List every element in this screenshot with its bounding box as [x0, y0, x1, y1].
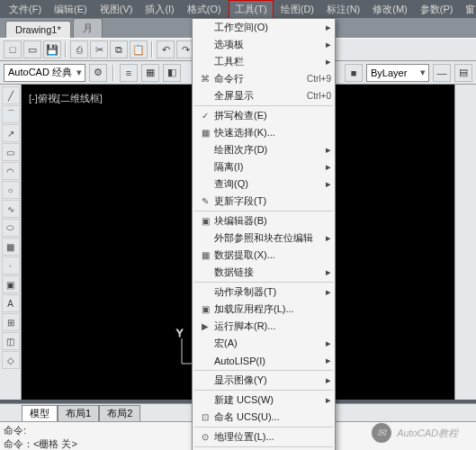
tool-icon[interactable]: ▦: [141, 64, 159, 82]
menu-格式O[interactable]: 格式(O): [182, 1, 227, 18]
table-tool-icon[interactable]: ⊞: [2, 313, 20, 331]
submenu-arrow-icon: ▸: [326, 338, 331, 349]
menu-item-icon: ▣: [196, 216, 214, 226]
menu-item-label: 命令行: [214, 72, 307, 86]
menu-item-更新字段T[interactable]: ✎更新字段(T): [193, 193, 335, 210]
menu-item-label: 显示图像(Y): [214, 374, 326, 387]
menu-item-运行脚本R[interactable]: ▶运行脚本(R)...: [193, 318, 335, 335]
menu-修改M[interactable]: 修改(M): [367, 1, 413, 18]
menu-item-数据提取X[interactable]: ▦数据提取(X)...: [193, 247, 335, 264]
menu-item-label: 加载应用程序(L)...: [214, 302, 331, 316]
menu-编辑E[interactable]: 编辑(E): [49, 1, 93, 18]
copy-icon[interactable]: ⧉: [110, 40, 128, 58]
menu-item-label: 工具栏: [214, 55, 326, 68]
menu-item-地理位置L[interactable]: ⊙地理位置(L)...: [193, 428, 335, 446]
menu-item-工作空间O[interactable]: 工作空间(O)▸: [193, 19, 335, 36]
menu-item-icon: ▦: [196, 128, 214, 138]
menu-item-查询Q[interactable]: 查询(Q)▸: [193, 176, 335, 193]
line-tool-icon[interactable]: ╱: [2, 86, 20, 104]
menu-item-新建UCSW[interactable]: 新建 UCS(W)▸: [193, 392, 335, 409]
menu-标注N[interactable]: 标注(N): [321, 1, 365, 18]
print-icon[interactable]: ⎙: [70, 40, 88, 58]
menu-item-快速选择K[interactable]: ▦快速选择(K)...: [193, 124, 335, 141]
bylayer-select[interactable]: ByLayer: [366, 64, 429, 82]
point-tool-icon[interactable]: ·: [2, 256, 20, 274]
menu-item-icon: ⊙: [196, 432, 214, 442]
menu-item-加载应用程序L[interactable]: ▣加载应用程序(L)...: [193, 301, 335, 318]
menu-item-label: 命名 UCS(U)...: [214, 410, 331, 424]
circle-tool-icon[interactable]: ○: [2, 181, 20, 199]
tab-other[interactable]: 月: [73, 18, 103, 38]
menu-item-外部参照和块在位编辑[interactable]: 外部参照和块在位编辑▸: [193, 230, 335, 247]
menu-item-数据链接[interactable]: 数据链接▸: [193, 264, 335, 281]
arc-tool-icon[interactable]: ◠: [2, 162, 20, 180]
block-tool-icon[interactable]: ▣: [2, 275, 20, 293]
menu-item-label: 运行脚本(R)...: [214, 320, 331, 333]
region-tool-icon[interactable]: ◫: [2, 332, 20, 350]
menu-参数P[interactable]: 参数(P): [415, 1, 459, 18]
menu-item-选项板[interactable]: 选项板▸: [193, 36, 335, 53]
wechat-icon: ✉: [372, 423, 391, 443]
layer-icon[interactable]: ≡: [120, 64, 138, 82]
left-toolbar: ╱ ⌒ ↗ ▭ ◠ ○ ∿ ⬭ ▦ · ▣ A ⊞ ◫ ◇: [0, 85, 22, 400]
line-icon[interactable]: —: [433, 64, 451, 82]
menu-item-label: 更新字段(T): [214, 194, 331, 208]
submenu-arrow-icon: ▸: [326, 232, 331, 244]
submenu-arrow-icon: ▸: [326, 22, 331, 33]
menu-item-AutoLISPI[interactable]: AutoLISP(I)▸: [193, 352, 335, 369]
submenu-arrow-icon: ▸: [326, 355, 331, 366]
menu-item-label: 工作空间(O): [214, 21, 326, 34]
new-icon[interactable]: □: [4, 40, 22, 58]
ray-tool-icon[interactable]: ↗: [2, 124, 20, 142]
color-icon[interactable]: ■: [345, 64, 363, 82]
text-tool-icon[interactable]: A: [2, 294, 20, 312]
tab-active[interactable]: Drawing1*: [5, 21, 71, 38]
menu-item-块编辑器B[interactable]: ▣块编辑器(B): [193, 212, 335, 230]
model-tab-模型[interactable]: 模型: [22, 405, 58, 421]
menu-item-label: 外部参照和块在位编辑: [214, 231, 326, 245]
menu-item-命名UCSU[interactable]: ⊡命名 UCS(U)...: [193, 409, 335, 426]
undo-icon[interactable]: ↶: [157, 40, 175, 58]
menu-视图V[interactable]: 视图(V): [94, 1, 139, 18]
menu-插入I[interactable]: 插入(I): [139, 1, 179, 18]
paste-icon[interactable]: 📋: [130, 40, 148, 58]
menu-item-命令行[interactable]: ⌘命令行Ctrl+9: [193, 70, 335, 87]
menu-item-label: 动作录制器(T): [214, 285, 326, 299]
prop-icon[interactable]: ▤: [454, 64, 472, 82]
menu-窗口W[interactable]: 窗口(W): [460, 1, 476, 18]
menu-item-label: AutoLISP(I): [214, 356, 326, 366]
pline-tool-icon[interactable]: ⌒: [2, 105, 20, 123]
menu-item-icon: ▶: [196, 321, 214, 331]
menu-文件F[interactable]: 文件(F): [4, 1, 47, 18]
menu-item-label: 选项板: [214, 38, 326, 51]
cut-icon[interactable]: ✂: [90, 40, 108, 58]
workspace-select[interactable]: AutoCAD 经典: [4, 64, 85, 82]
rect-tool-icon[interactable]: ▭: [2, 143, 20, 161]
submenu-arrow-icon: ▸: [326, 161, 331, 173]
menu-item-拼写检查E[interactable]: ✓拼写检查(E): [193, 107, 335, 124]
submenu-arrow-icon: ▸: [326, 374, 331, 386]
model-tab-布局1[interactable]: 布局1: [58, 405, 99, 421]
misc-tool-icon[interactable]: ◇: [2, 351, 20, 369]
menu-item-显示图像Y[interactable]: 显示图像(Y)▸: [193, 372, 335, 389]
menu-工具T[interactable]: 工具(T): [229, 0, 274, 19]
save-icon[interactable]: 💾: [43, 40, 61, 58]
menu-item-绘图次序D[interactable]: 绘图次序(D)▸: [193, 141, 335, 158]
model-tab-布局2[interactable]: 布局2: [99, 405, 140, 421]
menu-item-label: 隔离(I): [214, 160, 326, 174]
menu-item-icon: ✓: [196, 111, 214, 121]
spline-tool-icon[interactable]: ∿: [2, 200, 20, 218]
open-icon[interactable]: ▭: [23, 40, 41, 58]
menu-item-工具栏[interactable]: 工具栏▸: [193, 53, 335, 70]
hatch-tool-icon[interactable]: ▦: [2, 238, 20, 256]
menu-绘图D[interactable]: 绘图(D): [275, 1, 319, 18]
menu-item-隔离I[interactable]: 隔离(I)▸: [193, 158, 335, 176]
menu-item-全屏显示[interactable]: 全屏显示Ctrl+0: [193, 87, 335, 104]
menu-item-动作录制器T[interactable]: 动作录制器(T)▸: [193, 284, 335, 301]
submenu-arrow-icon: ▸: [326, 39, 331, 50]
model-tabs: 模型布局1布局2: [22, 405, 140, 421]
menu-item-宏A[interactable]: 宏(A)▸: [193, 335, 335, 352]
tool2-icon[interactable]: ◧: [163, 64, 181, 82]
ellipse-tool-icon[interactable]: ⬭: [2, 219, 20, 237]
ws-gear-icon[interactable]: ⚙: [89, 64, 107, 82]
